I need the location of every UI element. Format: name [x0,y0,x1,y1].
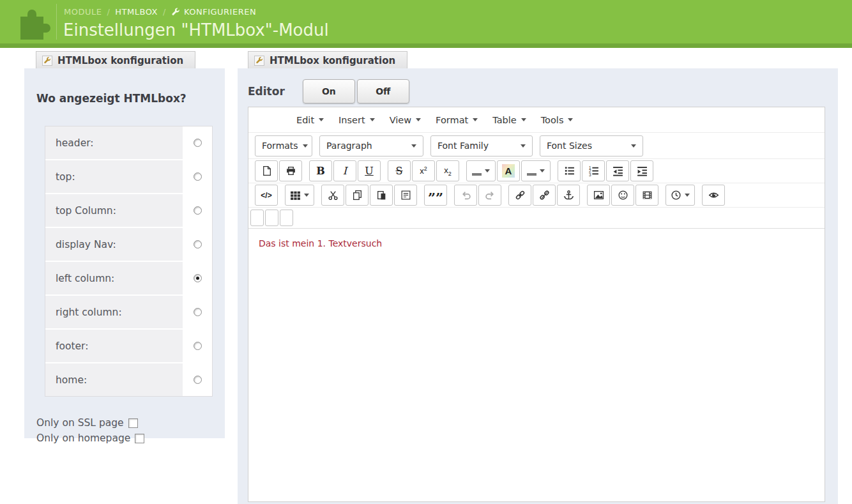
tab-htmlbox-konfiguration-right[interactable]: HTMLbox konfiguration [248,51,407,69]
bullet-list-icon[interactable] [558,160,581,181]
toolbar-group: A [466,160,552,181]
numbered-list-icon[interactable]: 123 [582,160,605,181]
editor-format-dropdowns: FormatsParagraphFont FamilyFont Sizes [248,133,825,159]
image-icon[interactable] [587,185,610,206]
radio-cell [183,228,212,261]
checkbox-label: Only on homepage [36,432,130,444]
editor-menubar: EditInsertViewFormatTableTools [248,107,825,133]
media-icon[interactable] [635,185,658,206]
page-title: Einstellungen "HTMLbox"-Modul [63,20,329,40]
paste-as-text-icon[interactable] [394,185,417,206]
position-heading: Wo angezeigt HTMLbox? [36,92,225,105]
radio-button-right-column[interactable] [194,308,202,316]
editor-content-area[interactable]: Das ist mein 1. Textversuch [248,229,825,258]
breadcrumb-konfigurieren[interactable]: KONFIGURIEREN [184,7,256,17]
toolbar-group [250,210,294,226]
radio-button-top[interactable] [194,172,202,181]
indent-icon[interactable] [630,160,653,181]
radio-button-display-nav[interactable] [194,240,202,248]
radio-button-left-column[interactable] [194,274,202,282]
superscript-icon[interactable]: x2 [412,160,435,181]
cut-icon[interactable] [321,185,344,206]
breadcrumb-htmlbox[interactable]: HTMLBOX [115,7,158,17]
radio-row-display-nav: display Nav: [45,228,212,261]
preview-icon[interactable] [702,185,725,206]
checkbox-only-on-ssl-page[interactable] [128,418,138,428]
outdent-icon[interactable] [606,160,629,181]
forecolor-picker-icon[interactable] [466,160,496,181]
radio-label: footer: [45,330,183,362]
radio-button-footer[interactable] [194,342,202,350]
dropdown-value: Font Sizes [547,141,592,151]
backcolor-picker-icon[interactable] [521,160,551,181]
menu-format[interactable]: Format [430,111,483,130]
toolbar-group [321,185,418,206]
radio-button-top-column[interactable] [194,206,202,215]
menu-tools[interactable]: Tools [535,111,579,130]
insert-datetime-icon[interactable] [666,185,695,206]
table-icon[interactable] [285,185,314,206]
underline-icon[interactable]: U [358,160,381,181]
radio-button-home[interactable] [194,376,202,384]
menu-edit[interactable]: Edit [291,111,330,130]
print-icon[interactable] [279,160,302,181]
app-header: MODULE / HTMLBOX / KONFIGURIEREN Einstel… [0,0,852,43]
dropdown-paragraph[interactable]: Paragraph [319,135,423,157]
chevron-down-icon [685,194,690,197]
menu-insert[interactable]: Insert [333,111,381,130]
italic-icon[interactable]: I [333,160,356,181]
radio-label: home: [45,363,183,396]
toolbar-empty-button[interactable] [265,210,278,226]
radio-row-top: top: [45,160,212,193]
chevron-down-icon [304,194,309,197]
dropdown-font-family[interactable]: Font Family [430,135,533,157]
wrench-icon [42,56,52,66]
anchor-icon[interactable] [557,185,580,206]
radio-label: right column: [45,296,183,328]
strikethrough-icon[interactable]: S [388,160,411,181]
radio-row-left-column: left column: [45,262,212,294]
subscript-icon[interactable]: x2 [436,160,459,181]
toolbar-empty-button[interactable] [250,210,264,226]
toolbar-group: Sx2x2 [388,160,460,181]
checkbox-row-only-on-ssl-page: Only on SSL page [36,415,225,431]
header-bottom-strip [0,43,852,48]
source-code-icon[interactable]: </> [255,185,278,206]
editor-off-button[interactable]: Off [357,79,409,103]
tab-htmlbox-konfiguration-left[interactable]: HTMLbox konfiguration [36,51,195,69]
emoticons-icon[interactable] [611,185,634,206]
breadcrumb: MODULE / HTMLBOX / KONFIGURIEREN [64,5,256,18]
position-radio-list: header:top:top Column:display Nav:left c… [45,126,213,397]
radio-row-top-column: top Column: [45,194,212,227]
backcolor-icon[interactable]: A [497,160,520,181]
paste-icon[interactable] [370,185,393,206]
radio-label: display Nav: [45,228,183,261]
toolbar-group [255,160,303,181]
bold-icon[interactable]: B [309,160,332,181]
menu-view[interactable]: View [384,111,427,130]
radio-button-header[interactable] [194,139,202,147]
undo-icon[interactable] [454,185,477,206]
unlink-icon[interactable] [533,185,556,206]
redo-icon[interactable] [478,185,501,206]
new-document-icon[interactable] [255,160,278,181]
checkbox-only-on-homepage[interactable] [135,434,144,443]
radio-row-footer: footer: [45,330,212,362]
dropdown-value: Formats [262,141,298,151]
chevron-down-icon [416,118,421,121]
copy-icon[interactable] [346,185,369,206]
link-icon[interactable] [508,185,531,206]
dropdown-font-sizes[interactable]: Font Sizes [540,135,643,157]
dropdown-formats[interactable]: Formats [255,135,312,157]
toolbar-empty-button[interactable] [280,210,293,226]
editor-label: Editor [248,85,285,98]
blockquote-icon[interactable]: ”” [424,185,447,206]
radio-cell [183,160,212,193]
htmlbox-position-panel: Wo angezeigt HTMLbox? header:top:top Col… [24,68,225,438]
breadcrumb-module[interactable]: MODULE [64,7,102,17]
radio-label: top Column: [45,194,183,227]
menu-table[interactable]: Table [487,111,532,130]
radio-row-home: home: [45,363,212,396]
wysiwyg-editor: EditInsertViewFormatTableTools FormatsPa… [248,107,825,502]
editor-on-button[interactable]: On [303,79,355,103]
